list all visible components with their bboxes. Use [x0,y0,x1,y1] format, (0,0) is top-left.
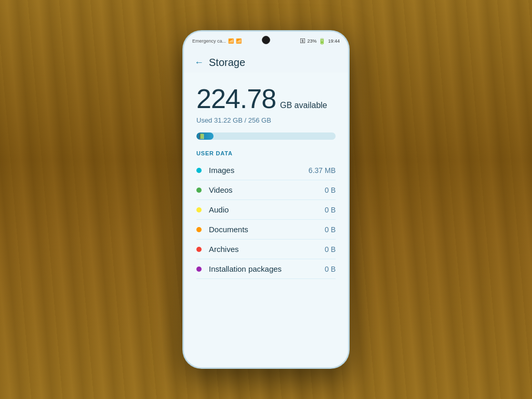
wifi-icon: 📶 [236,38,242,44]
category-size: 0 B [325,225,336,234]
top-bar: ← Storage [184,50,348,73]
category-name: Archives [209,245,325,254]
camera-hole [262,36,270,44]
category-dot [196,188,202,193]
storage-progress-bar: 📗 [196,132,336,140]
phone-device: Emergency ca... 📶 📶 🄽 23% 🔋 19:44 ← Stor… [183,31,349,368]
category-dot [196,207,202,212]
emergency-text: Emergency ca... [192,38,226,44]
category-name: Videos [209,185,325,194]
storage-gb-value: 224.78 [196,83,276,114]
category-dot [196,267,202,272]
category-size: 0 B [325,186,336,194]
storage-progress-fill: 📗 [196,132,214,140]
category-size: 6.37 MB [309,166,336,175]
list-item[interactable]: Installation packages0 B [196,259,336,279]
list-item[interactable]: Archives0 B [196,240,336,259]
storage-body: 224.78 GB available Used 31.22 GB / 256 … [184,73,348,287]
list-item[interactable]: Documents0 B [196,220,336,240]
status-bar: Emergency ca... 📶 📶 🄽 23% 🔋 19:44 [184,32,348,50]
page-title: Storage [209,57,245,69]
signal-icon: 📶 [228,38,234,44]
nfc-icon: 🄽 [300,38,305,44]
list-item[interactable]: Images6.37 MB [196,161,336,180]
status-left: Emergency ca... 📶 📶 [192,38,242,44]
category-name: Audio [209,205,325,214]
storage-book-icon: 📗 [196,134,207,139]
storage-gb-label: GB available [280,101,327,110]
screen-content: ← Storage 224.78 GB available Used 31.22… [184,50,348,367]
clock: 19:44 [328,38,340,44]
category-dot [196,247,202,252]
list-item[interactable]: Videos0 B [196,180,336,200]
category-dot [196,168,202,173]
phone-wrapper: Emergency ca... 📶 📶 🄽 23% 🔋 19:44 ← Stor… [183,31,349,368]
status-right: 🄽 23% 🔋 19:44 [300,38,340,45]
storage-used-text: Used 31.22 GB / 256 GB [196,116,336,124]
category-dot [196,227,202,232]
category-name: Images [209,166,309,175]
category-name: Installation packages [209,264,325,273]
section-title: USER DATA [196,150,336,156]
category-size: 0 B [325,265,336,273]
battery-icon: 🔋 [318,38,326,45]
battery-percent: 23% [307,38,316,44]
back-button[interactable]: ← [194,57,204,68]
category-name: Documents [209,225,325,234]
user-data-list: Images6.37 MBVideos0 BAudio0 BDocuments0… [196,161,336,279]
list-item[interactable]: Audio0 B [196,200,336,220]
category-size: 0 B [325,206,336,214]
category-size: 0 B [325,245,336,254]
storage-available-display: 224.78 GB available [196,83,336,114]
